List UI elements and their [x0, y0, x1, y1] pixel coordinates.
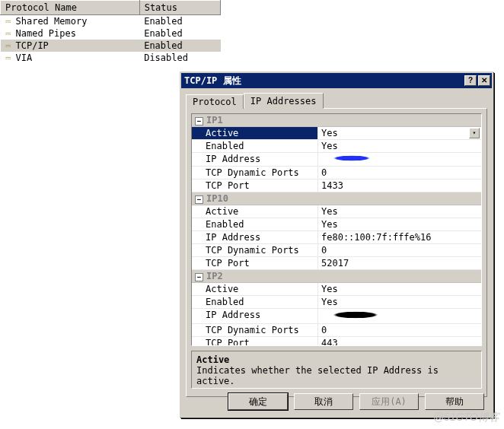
redacted-black: [321, 310, 390, 320]
tcpip-properties-dialog: TCP/IP 属性 ? ✕ ProtocolIP Addresses −IP1A…: [180, 72, 493, 418]
property-description: Active Indicates whether the selected IP…: [191, 351, 482, 389]
help-titlebar-button[interactable]: ?: [464, 75, 477, 86]
property-name: TCP Dynamic Ports: [192, 167, 318, 179]
property-row[interactable]: TCP Dynamic Ports0: [192, 167, 481, 180]
property-row[interactable]: EnabledYes: [192, 218, 481, 231]
property-value[interactable]: [318, 153, 481, 166]
property-name: IP Address: [192, 309, 318, 323]
collapse-icon[interactable]: −: [195, 117, 203, 126]
protocol-row[interactable]: ⎓Named PipesEnabled: [1, 27, 221, 40]
protocol-row[interactable]: ⎓Shared MemoryEnabled: [1, 15, 221, 28]
property-name: IP Address: [192, 231, 318, 243]
dialog-titlebar[interactable]: TCP/IP 属性 ? ✕: [181, 73, 492, 88]
cancel-button[interactable]: 取消: [294, 393, 353, 410]
property-name: Enabled: [192, 140, 318, 152]
desc-heading: Active: [196, 354, 477, 365]
tab-panel-ip: −IP1ActiveYes▾EnabledYesIP AddressTCP Dy…: [186, 108, 487, 397]
tab-protocol[interactable]: Protocol: [186, 94, 244, 109]
protocol-icon: ⎓: [5, 52, 14, 63]
help-button[interactable]: 帮助: [425, 393, 484, 410]
tab-ip-addresses[interactable]: IP Addresses: [244, 93, 324, 109]
property-value[interactable]: fe80::100:7f:fffe%16: [318, 231, 481, 243]
group-header[interactable]: −IP2: [192, 270, 481, 283]
property-name: Enabled: [192, 218, 318, 230]
protocol-icon: ⎓: [5, 16, 14, 27]
property-name: TCP Port: [192, 180, 318, 192]
group-header[interactable]: −IP10: [192, 192, 481, 205]
property-value[interactable]: Yes: [318, 296, 481, 308]
protocol-icon: ⎓: [5, 40, 14, 51]
close-titlebar-button[interactable]: ✕: [478, 75, 490, 86]
property-name: TCP Dynamic Ports: [192, 324, 318, 336]
property-row[interactable]: IP Addressfe80::100:7f:fffe%16: [192, 231, 481, 244]
property-name: Enabled: [192, 296, 318, 308]
collapse-icon[interactable]: −: [195, 273, 203, 281]
property-value[interactable]: Yes: [318, 283, 481, 295]
dropdown-icon[interactable]: ▾: [469, 128, 480, 138]
property-value[interactable]: 443: [318, 337, 481, 346]
property-row[interactable]: ActiveYes: [192, 283, 481, 296]
group-header[interactable]: −IP1: [192, 114, 481, 127]
property-row[interactable]: ActiveYes: [192, 205, 481, 218]
protocol-row[interactable]: ⎓VIADisabled: [1, 52, 221, 64]
property-value[interactable]: Yes▾: [318, 127, 481, 139]
property-value[interactable]: 1433: [318, 180, 481, 192]
property-row[interactable]: TCP Port1433: [192, 180, 481, 192]
property-value[interactable]: Yes: [318, 140, 481, 152]
property-name: IP Address: [192, 153, 318, 166]
watermark: @51CTO博客: [433, 411, 499, 424]
property-name: Active: [192, 127, 318, 139]
protocol-list-table: Protocol Name Status ⎓Shared MemoryEnabl…: [0, 0, 221, 64]
property-value[interactable]: 0: [318, 324, 481, 336]
property-row[interactable]: IP Address: [192, 153, 481, 167]
property-value[interactable]: [318, 309, 481, 323]
dialog-title: TCP/IP 属性: [184, 75, 463, 87]
property-name: Active: [192, 283, 318, 295]
property-value[interactable]: Yes: [318, 218, 481, 230]
tab-strip: ProtocolIP Addresses: [186, 93, 487, 108]
property-value[interactable]: 0: [318, 244, 481, 256]
property-row[interactable]: IP Address: [192, 309, 481, 324]
property-name: TCP Port: [192, 257, 318, 269]
collapse-icon[interactable]: −: [195, 195, 203, 204]
desc-text: Indicates whether the selected IP Addres…: [196, 365, 477, 386]
property-name: TCP Port: [192, 337, 318, 346]
protocol-icon: ⎓: [5, 28, 14, 39]
property-value[interactable]: Yes: [318, 205, 481, 218]
property-value[interactable]: 0: [318, 167, 481, 179]
property-name: TCP Dynamic Ports: [192, 244, 318, 256]
protocol-row[interactable]: ⎓TCP/IPEnabled: [1, 40, 221, 52]
col-protocol[interactable]: Protocol Name: [1, 1, 140, 15]
col-status[interactable]: Status: [139, 1, 220, 15]
dialog-button-row: 确定 取消 应用(A) 帮助: [181, 393, 492, 410]
property-row[interactable]: EnabledYes: [192, 296, 481, 309]
ok-button[interactable]: 确定: [228, 393, 288, 410]
property-row[interactable]: ActiveYes▾: [192, 127, 481, 140]
property-row[interactable]: EnabledYes: [192, 140, 481, 153]
property-row[interactable]: TCP Dynamic Ports0: [192, 244, 481, 257]
property-name: Active: [192, 205, 318, 218]
property-grid[interactable]: −IP1ActiveYes▾EnabledYesIP AddressTCP Dy…: [191, 113, 482, 346]
property-row[interactable]: TCP Dynamic Ports0: [192, 324, 481, 337]
apply-button[interactable]: 应用(A): [359, 393, 419, 410]
property-row[interactable]: TCP Port52017: [192, 257, 481, 270]
redacted-blue: [321, 154, 382, 163]
property-row[interactable]: TCP Port443: [192, 337, 481, 346]
property-value[interactable]: 52017: [318, 257, 481, 269]
